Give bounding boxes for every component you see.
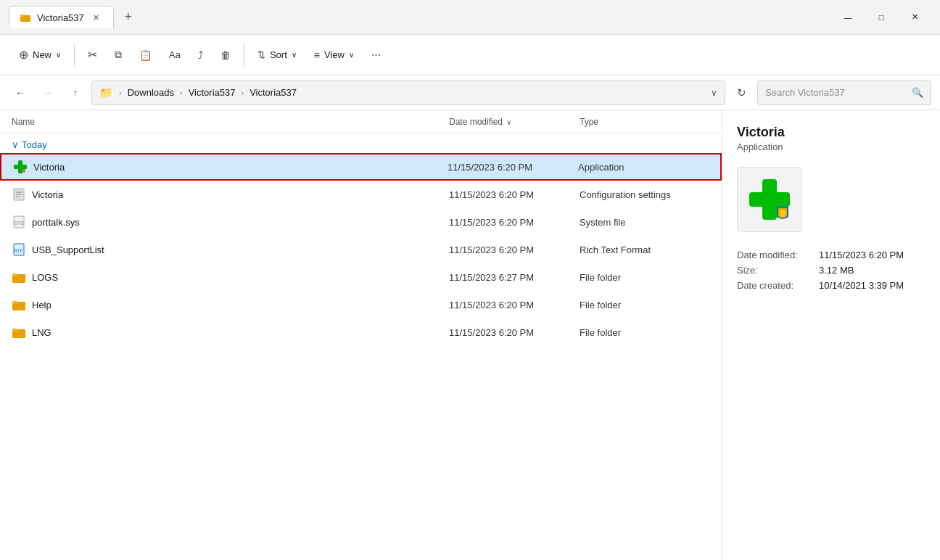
file-row-victoria-config[interactable]: Victoria 11/15/2023 6:20 PM Configuratio…: [0, 181, 722, 208]
group-chevron: ∨: [12, 139, 19, 150]
folder-icon-help: [12, 297, 26, 312]
right-panel: Victoria Application Date modified: 11/1…: [722, 110, 940, 560]
svg-text:RTF: RTF: [15, 248, 22, 253]
sort-icon: ⇅: [257, 49, 265, 60]
usb-name: USB_SupportList: [32, 244, 104, 255]
tab-folder-icon: [20, 12, 31, 23]
address-bar-row: ← → ↑ 📁 › Downloads › Victoria537 › Vict…: [0, 75, 940, 110]
victoria-app-date: 11/15/2023 6:20 PM: [448, 162, 578, 173]
rtf-icon-usb: RTF: [12, 242, 26, 257]
active-tab[interactable]: Victoria537 ✕: [9, 6, 114, 28]
back-button[interactable]: ←: [9, 81, 32, 104]
victoria-config-date: 11/15/2023 6:20 PM: [449, 189, 580, 200]
file-row-victoria-app[interactable]: Victoria 11/15/2023 6:20 PM Application: [0, 153, 722, 181]
file-row-usb[interactable]: RTF USB_SupportList 11/15/2023 6:20 PM R…: [0, 236, 722, 263]
new-tab-button[interactable]: +: [117, 6, 140, 29]
svg-rect-3: [14, 165, 27, 169]
view-icon: ≡: [314, 49, 320, 61]
meta-value-size: 3.12 MB: [819, 265, 854, 276]
porttalk-type: System file: [580, 217, 710, 228]
tab-close-button[interactable]: ✕: [90, 11, 103, 24]
refresh-button[interactable]: ↻: [730, 81, 753, 104]
address-dropdown[interactable]: ∨: [711, 88, 717, 98]
help-name: Help: [32, 300, 51, 310]
meta-value-date-modified: 11/15/2023 6:20 PM: [819, 250, 904, 260]
delete-icon: 🗑: [220, 49, 231, 61]
breadcrumb-downloads[interactable]: Downloads: [128, 87, 174, 98]
address-folder-icon: 📁: [99, 86, 113, 99]
address-sep-2: ›: [180, 88, 183, 97]
address-sep-1: ›: [119, 88, 122, 97]
file-row-porttalk[interactable]: SYS porttalk.sys 11/15/2023 6:20 PM Syst…: [0, 208, 722, 236]
new-icon: ⊕: [19, 48, 28, 62]
meta-label-date-created: Date created:: [737, 280, 813, 291]
breadcrumb-victoria537-2[interactable]: Victoria537: [250, 87, 297, 98]
logs-type: File folder: [580, 272, 710, 283]
search-box[interactable]: Search Victoria537 🔍: [757, 81, 931, 105]
rename-icon: Aa: [169, 49, 181, 60]
address-box[interactable]: 📁 › Downloads › Victoria537 › Victoria53…: [91, 81, 725, 105]
victoria-config-name: Victoria: [32, 189, 63, 200]
share-button[interactable]: ⤴: [191, 45, 210, 65]
forward-button[interactable]: →: [36, 81, 59, 104]
file-row-logs[interactable]: LOGS 11/15/2023 6:27 PM File folder: [0, 263, 722, 291]
file-name-help: Help: [12, 297, 449, 312]
config-icon-victoria: [12, 187, 26, 202]
lng-date: 11/15/2023 6:20 PM: [449, 327, 580, 338]
victoria-app-type: Application: [578, 162, 709, 173]
lng-type: File folder: [580, 327, 710, 338]
file-name-porttalk: SYS porttalk.sys: [12, 215, 449, 229]
share-icon: ⤴: [198, 49, 203, 61]
new-button[interactable]: ⊕ New ∨: [12, 44, 68, 66]
svg-rect-15: [12, 301, 17, 304]
view-label: View: [324, 49, 345, 60]
logs-name: LOGS: [32, 272, 58, 283]
app-icon-victoria: [13, 160, 28, 174]
view-button[interactable]: ≡ View ∨: [307, 45, 361, 65]
sep-2: [244, 44, 244, 67]
rename-button[interactable]: Aa: [162, 45, 188, 65]
col-header-name[interactable]: Name: [12, 117, 449, 127]
svg-text:SYS: SYS: [15, 221, 24, 226]
victoria-app-name: Victoria: [33, 162, 65, 173]
panel-metadata: Date modified: 11/15/2023 6:20 PM Size: …: [737, 250, 925, 291]
panel-app-icon: [746, 176, 793, 223]
panel-subtitle: Application: [737, 141, 925, 152]
panel-title: Victoria: [737, 125, 925, 140]
search-placeholder: Search Victoria537: [765, 87, 845, 98]
window-controls: — □ ✕: [831, 6, 931, 29]
main-content: Name Date modified ∨ Type ∨ Today: [0, 110, 940, 560]
paste-button[interactable]: 📋: [132, 45, 159, 65]
meta-row-size: Size: 3.12 MB: [737, 265, 925, 276]
meta-row-date-modified: Date modified: 11/15/2023 6:20 PM: [737, 250, 925, 260]
cut-button[interactable]: ✂: [81, 44, 104, 66]
help-date: 11/15/2023 6:20 PM: [449, 300, 580, 310]
sort-button[interactable]: ⇅ Sort ∨: [250, 45, 304, 65]
svg-rect-17: [12, 329, 17, 332]
svg-rect-19: [749, 192, 790, 207]
more-button[interactable]: ···: [364, 44, 388, 66]
meta-value-date-created: 10/14/2021 3:39 PM: [819, 280, 904, 291]
logs-date: 11/15/2023 6:27 PM: [449, 272, 580, 283]
file-name-logs: LOGS: [12, 270, 449, 284]
file-row-lng[interactable]: LNG 11/15/2023 6:20 PM File folder: [0, 318, 722, 346]
svg-rect-1: [20, 15, 25, 17]
copy-button[interactable]: ⧉: [107, 44, 129, 65]
address-sep-3: ›: [241, 88, 244, 97]
usb-type: Rich Text Format: [580, 244, 710, 255]
group-today[interactable]: ∨ Today: [0, 133, 722, 153]
file-row-help[interactable]: Help 11/15/2023 6:20 PM File folder: [0, 291, 722, 318]
porttalk-date: 11/15/2023 6:20 PM: [449, 217, 580, 228]
maximize-button[interactable]: □: [865, 6, 898, 29]
sort-label: Sort: [270, 49, 287, 60]
search-icon: 🔍: [912, 87, 923, 98]
close-button[interactable]: ✕: [898, 6, 931, 29]
meta-row-date-created: Date created: 10/14/2021 3:39 PM: [737, 280, 925, 291]
new-dropdown-icon: ∨: [56, 51, 61, 59]
minimize-button[interactable]: —: [831, 6, 865, 29]
up-button[interactable]: ↑: [64, 81, 87, 104]
folder-icon-logs: [12, 270, 26, 284]
delete-button[interactable]: 🗑: [213, 45, 238, 65]
panel-icon-box: [737, 167, 802, 232]
breadcrumb-victoria537-1[interactable]: Victoria537: [189, 87, 236, 98]
